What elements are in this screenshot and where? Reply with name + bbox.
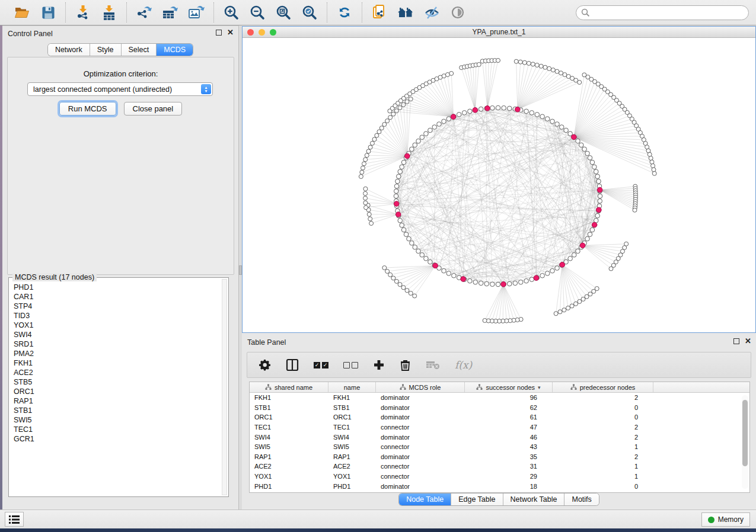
select-all-icon[interactable]: ✓ ✓ [314, 362, 328, 368]
show-hidden-icon[interactable] [449, 4, 467, 21]
task-history-button[interactable] [5, 512, 24, 527]
mcds-result-item[interactable]: CAR1 [11, 292, 221, 302]
leaf-node[interactable] [363, 158, 368, 162]
import-table-icon[interactable] [100, 4, 118, 21]
mcds-result-item[interactable]: YOX1 [11, 321, 221, 330]
network-node[interactable] [540, 114, 545, 119]
network-node[interactable] [490, 105, 495, 110]
mcds-hub-node[interactable] [395, 212, 401, 217]
leaf-node[interactable] [652, 171, 656, 175]
table-row[interactable]: STB1STB1dominator620 [250, 403, 749, 413]
leaf-node[interactable] [543, 65, 547, 69]
leaf-node[interactable] [559, 71, 563, 75]
network-node[interactable] [550, 268, 555, 273]
leaf-node[interactable] [413, 294, 417, 298]
leaf-node[interactable] [562, 308, 566, 312]
network-node[interactable] [457, 113, 461, 117]
close-panel-icon[interactable]: ✕ [745, 338, 751, 344]
network-node[interactable] [400, 165, 404, 169]
leaf-node[interactable] [394, 109, 398, 113]
leaf-node[interactable] [405, 289, 409, 293]
close-panel-button[interactable]: Close panel [124, 102, 183, 116]
memory-button[interactable]: Memory [701, 512, 750, 527]
mcds-result-item[interactable]: PMA2 [11, 349, 221, 358]
leaf-node[interactable] [578, 80, 582, 84]
mcds-hub-node[interactable] [580, 243, 585, 248]
mcds-hub-node[interactable] [534, 275, 539, 281]
float-window-icon[interactable] [733, 338, 739, 344]
leaf-node[interactable] [375, 133, 379, 137]
home-icon[interactable] [397, 4, 414, 21]
leaf-node[interactable] [391, 276, 395, 280]
close-panel-icon[interactable]: ✕ [227, 30, 234, 36]
mcds-result-item[interactable]: FKH1 [11, 358, 221, 368]
network-node[interactable] [432, 125, 437, 130]
leaf-node[interactable] [518, 60, 522, 64]
tab-network[interactable]: Network [48, 44, 90, 56]
delete-icon[interactable] [400, 359, 411, 371]
new-network-icon[interactable] [371, 4, 388, 21]
network-node[interactable] [585, 236, 590, 241]
leaf-node[interactable] [379, 126, 384, 130]
network-node[interactable] [401, 160, 406, 165]
leaf-node[interactable] [651, 164, 655, 168]
leaf-node[interactable] [372, 137, 377, 142]
network-node[interactable] [588, 232, 592, 237]
table-row[interactable]: FKH1FKH1dominator962 [250, 393, 749, 403]
tab-motifs[interactable]: Motifs [564, 493, 598, 505]
float-window-icon[interactable] [216, 30, 222, 36]
mcds-hub-node[interactable] [501, 281, 506, 287]
leaf-node[interactable] [650, 160, 654, 164]
network-node[interactable] [479, 107, 483, 111]
export-image-icon[interactable] [187, 4, 205, 21]
network-node[interactable] [598, 194, 602, 198]
leaf-node[interactable] [382, 122, 387, 126]
network-node[interactable] [394, 189, 398, 194]
table-row[interactable]: SWI5SWI5connector431 [250, 442, 749, 452]
import-network-icon[interactable] [74, 4, 92, 21]
mcds-result-item[interactable]: TID3 [11, 311, 221, 321]
tab-node-table[interactable]: Node Table [399, 493, 451, 505]
network-node[interactable] [420, 252, 425, 257]
network-node[interactable] [398, 169, 403, 174]
network-node[interactable] [416, 249, 421, 254]
leaf-node[interactable] [554, 312, 558, 316]
network-node[interactable] [395, 179, 400, 184]
maximize-window-icon[interactable] [270, 29, 276, 36]
scrollbar-thumb[interactable] [742, 400, 748, 466]
column-header-successor-nodes[interactable]: successor nodes▾ [465, 382, 553, 392]
search-input[interactable] [576, 5, 749, 20]
mcds-result-item[interactable]: ORC1 [11, 387, 221, 396]
tab-network-table[interactable]: Network Table [503, 493, 565, 505]
network-node[interactable] [513, 281, 518, 286]
network-node[interactable] [529, 277, 534, 282]
table-row[interactable]: TEC1TEC1connector472 [250, 422, 749, 432]
network-node[interactable] [446, 271, 451, 276]
leaf-node[interactable] [574, 302, 578, 306]
leaf-node[interactable] [522, 60, 527, 65]
gear-icon[interactable] [259, 359, 271, 371]
network-node[interactable] [590, 160, 595, 165]
leaf-node[interactable] [366, 149, 371, 153]
network-node[interactable] [555, 122, 560, 127]
mcds-hub-node[interactable] [560, 262, 565, 267]
export-table-icon[interactable] [161, 4, 179, 21]
network-node[interactable] [582, 147, 587, 152]
mcds-result-item[interactable]: RAP1 [11, 396, 221, 406]
leaf-node[interactable] [377, 130, 381, 134]
add-column-icon[interactable] [373, 359, 385, 371]
network-node[interactable] [468, 109, 473, 114]
leaf-node[interactable] [558, 310, 562, 314]
leaf-node[interactable] [566, 306, 570, 310]
network-node[interactable] [568, 257, 573, 261]
network-node[interactable] [490, 282, 495, 287]
leaf-node[interactable] [398, 283, 402, 287]
mcds-hub-node[interactable] [597, 187, 602, 193]
mcds-result-item[interactable]: GCR1 [11, 434, 221, 444]
leaf-node[interactable] [477, 62, 481, 66]
leaf-node[interactable] [364, 206, 368, 210]
network-node[interactable] [437, 122, 442, 127]
network-node[interactable] [588, 156, 592, 161]
leaf-node[interactable] [531, 62, 535, 66]
leaf-node[interactable] [382, 266, 387, 270]
